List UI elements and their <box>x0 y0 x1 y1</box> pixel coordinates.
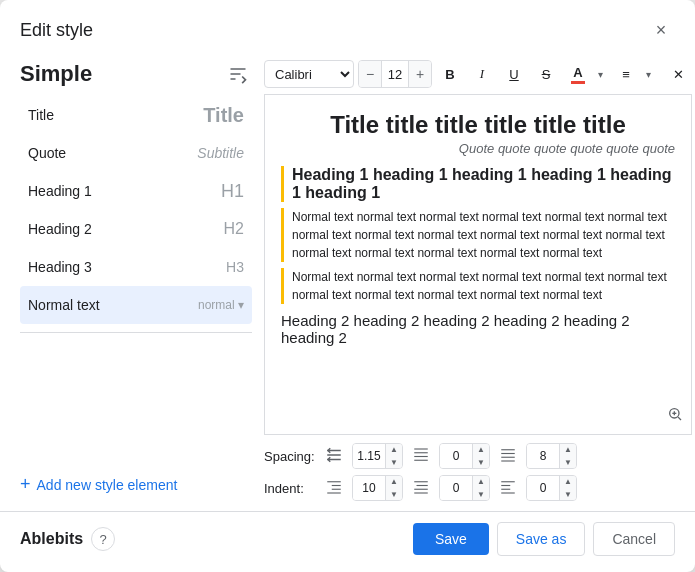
indent-left-up[interactable]: ▲ <box>386 475 402 488</box>
indent-first-input[interactable] <box>440 475 472 501</box>
left-panel-bottom: + Add new style element <box>20 324 252 511</box>
panel-divider <box>20 332 252 333</box>
style-item-title-name: Title <box>28 107 54 123</box>
font-color-dropdown[interactable]: ▾ <box>592 60 608 88</box>
indent-left-arrows: ▲ ▼ <box>385 475 402 501</box>
style-item-h1[interactable]: Heading 1 H1 <box>20 172 252 210</box>
close-button[interactable]: × <box>647 16 675 44</box>
style-item-h3-preview: H3 <box>226 259 244 275</box>
space-after-arrows: ▲ ▼ <box>559 443 576 469</box>
style-item-h1-preview: H1 <box>221 181 244 202</box>
indent-right-icon[interactable] <box>498 478 518 499</box>
style-item-h2-preview: H2 <box>224 220 244 238</box>
clear-format-button[interactable]: ✕ <box>664 60 692 88</box>
space-before-ctrl: ▲ ▼ <box>439 443 490 469</box>
indent-label: Indent: <box>264 481 316 496</box>
line-spacing-arrows: ▲ ▼ <box>385 443 402 469</box>
font-select[interactable]: Calibri <box>264 60 354 88</box>
edit-style-dialog: Edit style × Simple Title <box>0 0 695 572</box>
preview-normal-1: Normal text normal text normal text norm… <box>281 208 675 262</box>
dialog-body: Simple Title Title Quote S <box>0 54 695 511</box>
align-group: ≡ ▾ <box>612 60 656 88</box>
strikethrough-button[interactable]: S <box>532 60 560 88</box>
space-before-icon[interactable] <box>411 446 431 467</box>
space-after-icon[interactable] <box>498 446 518 467</box>
line-spacing-icon[interactable] <box>324 446 344 467</box>
line-spacing-input[interactable] <box>353 443 385 469</box>
style-item-h3-name: Heading 3 <box>28 259 92 275</box>
font-color-button[interactable]: A <box>564 60 592 88</box>
style-item-normal[interactable]: Normal text normal ▾ <box>20 286 252 324</box>
line-spacing-up[interactable]: ▲ <box>386 443 402 456</box>
italic-button[interactable]: I <box>468 60 496 88</box>
indent-right-input[interactable] <box>527 475 559 501</box>
preview-area: Title title title title title title Quot… <box>264 94 692 435</box>
space-before-input[interactable] <box>440 443 472 469</box>
preview-quote: Quote quote quote quote quote quote <box>281 141 675 156</box>
align-button[interactable]: ≡ <box>612 60 640 88</box>
line-spacing-down[interactable]: ▼ <box>386 456 402 469</box>
indent-first-icon[interactable] <box>411 478 431 499</box>
dialog-header: Edit style × <box>0 0 695 54</box>
underline-button[interactable]: U <box>500 60 528 88</box>
svg-line-4 <box>678 417 681 420</box>
space-after-input[interactable] <box>527 443 559 469</box>
style-item-h1-name: Heading 1 <box>28 183 92 199</box>
style-panel-header: Simple <box>20 54 252 96</box>
style-item-title[interactable]: Title Title <box>20 96 252 134</box>
indent-first-up[interactable]: ▲ <box>473 475 489 488</box>
space-after-up[interactable]: ▲ <box>560 443 576 456</box>
indent-left-input[interactable] <box>353 475 385 501</box>
indent-first-down[interactable]: ▼ <box>473 488 489 501</box>
style-item-h3[interactable]: Heading 3 H3 <box>20 248 252 286</box>
sort-icon[interactable] <box>224 60 252 88</box>
font-color-bar <box>571 81 585 84</box>
save-button[interactable]: Save <box>413 523 489 555</box>
style-panel: Simple Title Title Quote S <box>20 54 252 511</box>
font-color-group: A ▾ <box>564 60 608 88</box>
footer-right: Save Save as Cancel <box>413 522 675 556</box>
indent-right-down[interactable]: ▼ <box>560 488 576 501</box>
style-item-h2[interactable]: Heading 2 H2 <box>20 210 252 248</box>
indent-row: Indent: ▲ ▼ <box>264 475 692 501</box>
preview-panel: Calibri − + B I U S A ▾ <box>264 54 692 511</box>
space-after-down[interactable]: ▼ <box>560 456 576 469</box>
toolbar: Calibri − + B I U S A ▾ <box>264 54 692 94</box>
preview-h1: Heading 1 heading 1 heading 1 heading 1 … <box>281 166 675 202</box>
space-before-up[interactable]: ▲ <box>473 443 489 456</box>
save-as-button[interactable]: Save as <box>497 522 586 556</box>
space-before-arrows: ▲ ▼ <box>472 443 489 469</box>
indent-right-up[interactable]: ▲ <box>560 475 576 488</box>
indent-right-arrows: ▲ ▼ <box>559 475 576 501</box>
font-size-input[interactable] <box>381 60 409 88</box>
add-style-button[interactable]: + Add new style element <box>20 466 252 503</box>
style-item-quote-name: Quote <box>28 145 66 161</box>
cancel-button[interactable]: Cancel <box>593 522 675 556</box>
style-item-normal-preview: normal ▾ <box>198 298 244 312</box>
style-item-title-preview: Title <box>203 104 244 127</box>
indent-left-icon[interactable] <box>324 478 344 499</box>
bold-button[interactable]: B <box>436 60 464 88</box>
style-list: Title Title Quote Subtitle Heading 1 H1 … <box>20 96 252 324</box>
add-style-label: Add new style element <box>37 477 178 493</box>
style-item-quote[interactable]: Quote Subtitle <box>20 134 252 172</box>
spacing-label: Spacing: <box>264 449 316 464</box>
font-size-decrease[interactable]: − <box>359 60 381 88</box>
style-item-quote-preview: Subtitle <box>197 145 244 161</box>
settings-section: Spacing: ▲ ▼ <box>264 435 692 511</box>
brand-name: Ablebits <box>20 530 83 548</box>
align-dropdown[interactable]: ▾ <box>640 60 656 88</box>
indent-first-ctrl: ▲ ▼ <box>439 475 490 501</box>
footer-left: Ablebits ? <box>20 527 115 551</box>
indent-left-down[interactable]: ▼ <box>386 488 402 501</box>
style-item-normal-name: Normal text <box>28 297 100 313</box>
preview-title: Title title title title title title <box>281 111 675 139</box>
preview-normal-2: Normal text normal text normal text norm… <box>281 268 675 304</box>
indent-left-ctrl: ▲ ▼ <box>352 475 403 501</box>
dialog-title: Edit style <box>20 20 93 41</box>
zoom-icon[interactable] <box>667 406 683 426</box>
space-before-down[interactable]: ▼ <box>473 456 489 469</box>
font-size-increase[interactable]: + <box>409 60 431 88</box>
help-button[interactable]: ? <box>91 527 115 551</box>
style-item-h2-name: Heading 2 <box>28 221 92 237</box>
